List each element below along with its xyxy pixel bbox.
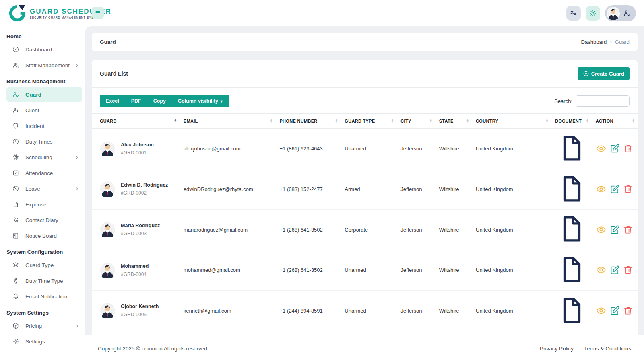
profile-menu-button[interactable] <box>605 5 636 21</box>
table-header-row: GUARD▲▼EMAIL▲▼PHONE NUMBER▲▼GUARD TYPE▲▼… <box>92 114 638 129</box>
breadcrumb-dashboard-link[interactable]: Dashboard <box>581 39 607 45</box>
sidebar-item-leave[interactable]: Leave› <box>6 181 82 196</box>
breadcrumb-separator-icon: › <box>610 39 612 45</box>
edit-button[interactable] <box>609 224 620 235</box>
edit-button[interactable] <box>609 143 620 154</box>
guard-city: Jefferson <box>396 250 435 290</box>
sidebar-item-scheduling[interactable]: Scheduling› <box>6 150 82 165</box>
guard-row-grd-0001: Alex Johnson#GRD-0001alexjohnson@gmail.c… <box>92 129 638 169</box>
sidebar-toggle-button[interactable] <box>92 7 104 19</box>
copy-export-button[interactable]: Copy <box>147 95 172 107</box>
document-button[interactable] <box>555 253 588 286</box>
settings-button[interactable] <box>586 6 600 21</box>
file-icon <box>555 132 588 165</box>
view-button[interactable] <box>596 265 607 276</box>
eye-icon <box>596 143 607 154</box>
chevron-right-icon: › <box>76 154 78 160</box>
sidebar-item-label: Settings <box>25 339 45 345</box>
edit-icon <box>609 224 620 235</box>
translate-icon <box>570 9 578 17</box>
column-label: EMAIL <box>184 119 198 123</box>
chevron-right-icon: › <box>76 185 78 192</box>
box-icon <box>12 322 19 329</box>
guard-scheduler-logo-icon <box>8 4 27 23</box>
guard-state: Wiltshire <box>435 169 472 210</box>
guard-avatar <box>100 263 115 278</box>
guard-row-grd-0005: Ojobor Kenneth#GRD-0005kenneth@gmail.com… <box>92 290 638 331</box>
column-header-phone-number[interactable]: PHONE NUMBER▲▼ <box>275 114 341 129</box>
watch-icon <box>12 277 19 284</box>
delete-button[interactable] <box>623 224 634 235</box>
sidebar-item-pricing[interactable]: Pricing› <box>6 318 82 333</box>
sidebar-item-settings[interactable]: Settings <box>6 334 82 349</box>
sidebar-item-dashboard[interactable]: Dashboard <box>6 42 82 57</box>
document-button[interactable] <box>555 213 588 245</box>
guard-name: Alex Johnson <box>121 142 154 148</box>
file-icon <box>12 201 19 208</box>
privacy-policy-link[interactable]: Privacy Policy <box>540 346 574 352</box>
edit-button[interactable] <box>609 265 620 276</box>
terms-conditions-link[interactable]: Terms & Conditions <box>584 346 631 352</box>
sidebar-item-duty-times[interactable]: Duty Times <box>6 134 82 149</box>
column-header-guard-type[interactable]: GUARD TYPE▲▼ <box>341 114 396 129</box>
delete-button[interactable] <box>623 143 634 154</box>
sidebar-item-duty-time-type[interactable]: Duty Time Type <box>6 273 82 288</box>
sidebar-item-label: Dashboard <box>25 47 52 53</box>
guard-row-grd-0003: Maria Rodriguez#GRD-0003mariarodriguez@g… <box>92 210 638 250</box>
file-icon <box>555 253 588 286</box>
sidebar-item-label: Duty Time Type <box>25 278 63 284</box>
sidebar-item-expense[interactable]: Expense <box>6 197 82 212</box>
sidebar-item-staff-management[interactable]: Staff Management› <box>6 58 82 73</box>
edit-button[interactable] <box>609 184 620 195</box>
sidebar-item-client[interactable]: Client <box>6 103 82 118</box>
plus-circle-icon <box>583 70 589 77</box>
document-button[interactable] <box>555 173 588 205</box>
caret-down-icon: ▼ <box>220 99 223 103</box>
guard-city: Jefferson <box>396 129 435 169</box>
sidebar-item-contact-diary[interactable]: Contact Diary <box>6 212 82 228</box>
trash-icon <box>623 265 634 276</box>
column-label: GUARD <box>100 119 117 123</box>
column-header-country[interactable]: COUNTRY▲▼ <box>472 114 551 129</box>
guard-state: Wiltshire <box>435 250 472 290</box>
person-check-icon <box>623 9 631 17</box>
column-header-city[interactable]: CITY▲▼ <box>396 114 435 129</box>
column-header-guard[interactable]: GUARD▲▼ <box>92 114 180 129</box>
document-button[interactable] <box>555 132 588 165</box>
layers-icon <box>12 261 19 269</box>
sidebar-item-guard[interactable]: Guard <box>6 87 82 102</box>
card-header: Guard List Create Guard <box>92 60 638 87</box>
column-header-email[interactable]: EMAIL▲▼ <box>180 114 276 129</box>
view-button[interactable] <box>596 184 607 195</box>
column-visibility-button[interactable]: Column visibility▼ <box>172 95 229 107</box>
view-button[interactable] <box>596 305 607 316</box>
delete-button[interactable] <box>623 265 634 276</box>
sidebar: HomeDashboardStaff Management›Business M… <box>0 26 85 362</box>
search-label: Search: <box>554 98 572 104</box>
sidebar-section-system-configuration: System Configuration <box>6 249 82 255</box>
language-button[interactable] <box>566 6 581 21</box>
column-header-document[interactable]: DOCUMENT▲▼ <box>551 114 592 129</box>
sidebar-item-guard-type[interactable]: Guard Type <box>6 257 82 273</box>
sidebar-item-email-notification[interactable]: Email Notification <box>6 289 82 304</box>
sidebar-item-incident[interactable]: Incident <box>6 118 82 134</box>
edit-button[interactable] <box>609 305 620 316</box>
pdf-export-button[interactable]: PDF <box>125 95 147 107</box>
view-button[interactable] <box>596 143 607 154</box>
delete-button[interactable] <box>623 305 634 316</box>
sidebar-item-attendance[interactable]: Attendance <box>6 165 82 181</box>
document-button[interactable] <box>555 294 588 327</box>
column-header-state[interactable]: STATE▲▼ <box>435 114 472 129</box>
create-guard-button[interactable]: Create Guard <box>578 67 630 80</box>
sidebar-section-business-management: Business Management <box>6 78 82 84</box>
sidebar-item-notice-board[interactable]: Notice Board <box>6 228 82 243</box>
guard-country: United Kingdom <box>472 169 551 210</box>
search-input[interactable] <box>576 95 630 107</box>
guard-country: United Kingdom <box>472 210 551 250</box>
column-header-action[interactable]: ACTION▲▼ <box>592 114 638 129</box>
delete-button[interactable] <box>623 184 634 195</box>
guard-phone: +1 (861) 623-4643 <box>275 129 341 169</box>
guard-row-grd-0002: Edwin D. Rodriguez#GRD-0002edwinDRodrigu… <box>92 169 638 210</box>
view-button[interactable] <box>596 224 607 235</box>
excel-export-button[interactable]: Excel <box>100 95 125 107</box>
